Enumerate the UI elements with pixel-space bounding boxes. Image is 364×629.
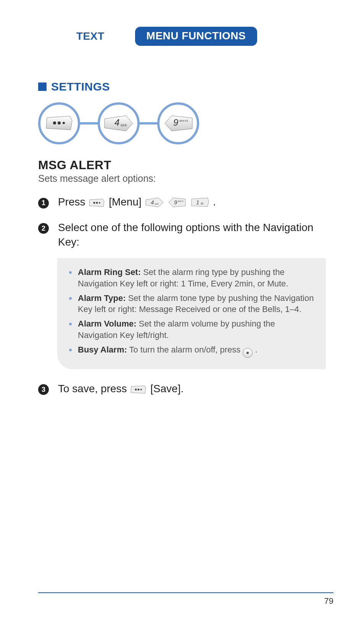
manual-page: TEXT MENU FUNCTIONS SETTINGS 4 GHI <box>0 0 364 629</box>
tab-text: TEXT <box>57 28 124 45</box>
key-1-icon: 1.@ <box>191 197 209 211</box>
option-suffix: . <box>253 345 257 354</box>
step-1-press: Press <box>58 196 88 208</box>
page-number: 79 <box>38 596 333 606</box>
svg-text:GHI: GHI <box>155 203 159 205</box>
option-alarm-type: Alarm Type: Set the alarm tone type by p… <box>69 293 317 315</box>
step-number-icon: 3 <box>38 382 49 395</box>
svg-marker-5 <box>165 116 192 131</box>
step-number-icon: 2 <box>38 221 49 234</box>
svg-marker-10 <box>146 198 163 207</box>
step-3: 3 To save, press [Save]. <box>38 382 326 398</box>
option-label: Alarm Ring Set: <box>78 267 141 277</box>
page-footer: 79 <box>38 592 333 606</box>
tab-menu-functions: MENU FUNCTIONS <box>135 27 258 46</box>
key-9-wxyz-icon: 9WXYZ <box>168 197 186 211</box>
steps-list: 1 Press [Menu] 4GHI 9WXYZ 1.@ . <box>38 195 326 249</box>
svg-text:1: 1 <box>196 199 199 205</box>
step-3-body: To save, press [Save]. <box>58 382 326 398</box>
menu-dots-key-icon <box>89 197 105 211</box>
svg-point-22 <box>140 389 142 390</box>
key-4-ghi-icon: 4 GHI <box>98 102 140 144</box>
options-box: Alarm Ring Set: Set the alarm ring type … <box>57 258 326 369</box>
menu-key-icon <box>38 102 80 144</box>
svg-point-9 <box>99 202 100 204</box>
svg-text:9: 9 <box>174 199 177 205</box>
msg-alert-title: MSG ALERT <box>38 158 326 172</box>
option-busy-alarm: Busy Alarm: To turn the alarm on/off, pr… <box>69 344 317 358</box>
svg-text:WXYZ: WXYZ <box>178 200 183 202</box>
svg-point-7 <box>93 202 95 204</box>
svg-point-21 <box>138 388 140 390</box>
svg-point-1 <box>53 121 56 125</box>
key-9-wxyz-icon: 9 WXYZ <box>157 102 199 144</box>
menu-dots-key-icon <box>130 383 147 398</box>
svg-point-3 <box>63 122 65 124</box>
step-2-text: Select one of the following options with… <box>58 220 326 249</box>
option-label: Alarm Volume: <box>78 319 137 328</box>
step-3-prefix: To save, press <box>58 383 130 395</box>
save-label: [Save]. <box>150 383 184 395</box>
footer-rule-icon <box>38 592 333 593</box>
step-1: 1 Press [Menu] 4GHI 9WXYZ 1.@ . <box>38 195 326 211</box>
key-4-ghi-icon: 4GHI <box>145 197 164 211</box>
key-letters-wxyz: WXYZ <box>179 119 188 123</box>
step-number-icon: 1 <box>38 196 49 209</box>
header-tabs: TEXT MENU FUNCTIONS <box>57 27 326 46</box>
option-alarm-ring-set: Alarm Ring Set: Set the alarm ring type … <box>69 267 317 289</box>
svg-point-2 <box>58 121 61 125</box>
key-digit-9: 9 <box>173 117 178 128</box>
step-2: 2 Select one of the following options wi… <box>38 220 326 249</box>
option-label: Alarm Type: <box>78 293 126 303</box>
svg-text:.@: .@ <box>200 202 203 205</box>
key-digit-4: 4 <box>114 117 119 128</box>
option-desc: To turn the alarm on/off, press <box>127 345 243 354</box>
connector-icon <box>140 122 157 125</box>
msg-alert-desc: Sets message alert options: <box>38 173 326 184</box>
svg-text:4: 4 <box>151 199 154 205</box>
option-label: Busy Alarm: <box>78 345 127 354</box>
step-1-period: . <box>213 196 216 208</box>
ok-press-icon <box>243 348 253 358</box>
step-1-body: Press [Menu] 4GHI 9WXYZ 1.@ . <box>58 195 326 211</box>
svg-point-8 <box>96 202 98 204</box>
connector-icon <box>80 122 98 125</box>
option-alarm-volume: Alarm Volume: Set the alarm volume by pu… <box>69 318 317 341</box>
menu-label: [Menu] <box>109 196 144 208</box>
menu-dots-key-icon <box>45 115 73 131</box>
key-letters-ghi: GHI <box>121 123 127 127</box>
svg-point-20 <box>135 388 137 390</box>
section-title: SETTINGS <box>51 80 110 93</box>
key-sequence: 4 GHI 9 WXYZ <box>38 102 326 144</box>
square-bullet-icon <box>38 82 47 91</box>
section-heading: SETTINGS <box>38 80 326 93</box>
